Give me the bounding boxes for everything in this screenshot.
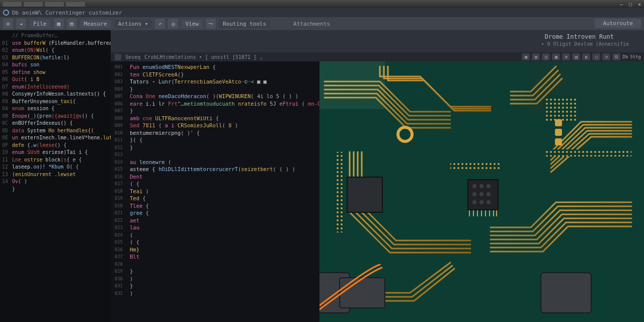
line-number: 009	[111, 122, 127, 129]
menu-view[interactable]: View	[181, 20, 203, 28]
code-line[interactable]: use bufferW (FileHandler.buffereasesOnt)	[11, 40, 111, 47]
tool-j-icon[interactable]: ⧉	[612, 53, 620, 60]
code-line[interactable]: aet	[127, 217, 319, 224]
menu-measure[interactable]: Measure	[80, 20, 111, 28]
app-icon	[3, 10, 9, 16]
code-line[interactable]: lau	[127, 224, 319, 231]
code-line[interactable]: data System Ho herHandles{(	[11, 127, 111, 135]
code-line[interactable]: ten ClETFScreeA(}	[127, 71, 319, 78]
code-line[interactable]: Lne ostrse block(s{ e {	[11, 156, 111, 164]
tool-c-icon[interactable]: ◫	[542, 53, 550, 60]
code-line[interactable]: enum SUsH esriese)Tai i {	[11, 149, 111, 156]
crumb-seq[interactable]: Seseq	[125, 54, 140, 60]
code-line[interactable]: bufss son	[11, 61, 111, 69]
code-line[interactable]: BufferUnsymeson_taxi{	[11, 98, 111, 106]
tool-i-icon[interactable]: ⊡	[602, 53, 610, 60]
code-line[interactable]: enum session {	[11, 105, 111, 113]
line-number: 11	[0, 156, 11, 164]
svg-point-0	[4, 10, 9, 15]
code-line[interactable]: }	[127, 86, 319, 93]
code-line[interactable]: bentumermiercpng( )' {	[127, 129, 319, 137]
code-line[interactable]: }	[127, 107, 319, 115]
code-line[interactable]: laseep.oo)! *Kbum O( {	[11, 164, 111, 171]
code-line[interactable]: enum(Intellsceened)	[11, 84, 111, 91]
menu-icon[interactable]: ≡	[3, 19, 13, 29]
line-number: 06	[0, 76, 11, 84]
code-line[interactable]: Quit( i B	[11, 76, 111, 84]
code-line[interactable]: (	[127, 231, 319, 239]
code-line[interactable]: }	[127, 144, 319, 151]
line-number: 005	[111, 93, 127, 100]
code-line[interactable]: Hm}	[127, 246, 319, 254]
line-number: 10	[0, 149, 11, 156]
menu-actions[interactable]: Actions ▾	[114, 20, 152, 28]
code-line[interactable]: un externInech.lme.lineV*hene.lute(	[11, 134, 111, 142]
line-number: 032	[111, 290, 127, 297]
tool-e-icon[interactable]: ⊞	[562, 53, 570, 60]
menu-file[interactable]: File	[29, 20, 51, 28]
code-line[interactable]: Cona One neeDacoHderacon( )(WIPWINUREN( …	[127, 93, 319, 100]
code-line[interactable]: Sed 7811 ( a i CRSomiesJuRoll( 8 )	[127, 122, 319, 129]
layer-icon[interactable]: ▦	[54, 19, 64, 29]
code-line[interactable]: Ov( )	[11, 178, 111, 186]
line-number: 015	[111, 166, 127, 173]
side-code-editor[interactable]: // FrameBuffer…01use bufferW (FileHandle…	[0, 30, 111, 322]
target-icon[interactable]: ◎	[168, 19, 178, 29]
window-maximize-button[interactable]: ▢	[626, 1, 635, 8]
code-line[interactable]: Blt	[127, 253, 319, 261]
code-line[interactable]: enum(ON)Wsl( {	[11, 47, 111, 54]
code-line[interactable]: }	[11, 186, 111, 193]
code-line[interactable]: Fun enumSodNESTNexwperLan {	[127, 63, 319, 71]
code-line[interactable]: defe {.w(leese() {	[11, 142, 111, 149]
code-line[interactable]: au leonewre (	[127, 158, 319, 166]
code-line[interactable]: Enope(_){pren({await[@v() {	[11, 113, 111, 120]
code-line[interactable]: Tators • Lunr(TerrrencbiamSaeVeAtco·©·< …	[127, 78, 319, 86]
code-line[interactable]	[127, 261, 319, 268]
code-line[interactable]: ConsymyrInfoWeson.lastnexts() {	[11, 91, 111, 98]
code-line[interactable]	[127, 151, 319, 158]
crumb-path[interactable]: CrvbLHtcmeletions • [ unsstl [51871 ] ⌄	[144, 54, 263, 60]
code-line[interactable]: asteee { hOiDLlIdittemtorcerucerrT(seize…	[127, 166, 319, 173]
window-minimize-button[interactable]: —	[617, 1, 626, 8]
code-line[interactable]: Tlee {	[127, 202, 319, 210]
pcb-preview-viewport[interactable]	[319, 61, 644, 322]
tool-h-icon[interactable]: ▢	[592, 53, 600, 60]
panel-icon[interactable]	[115, 54, 121, 60]
main-code-editor[interactable]: 001Fun enumSodNESTNexwperLan {002ten ClE…	[111, 61, 319, 322]
tool-a-icon[interactable]: ▣	[522, 53, 530, 60]
code-line[interactable]: gree {	[127, 209, 319, 217]
grid-icon[interactable]: ▤	[67, 19, 77, 29]
undo-icon[interactable]: ↶	[155, 19, 165, 29]
code-line[interactable]: amb cne ULTFRanocenntWiUti {	[127, 115, 319, 122]
code-line[interactable]: )	[127, 290, 319, 297]
autoroute-button[interactable]: Autoroute	[595, 19, 641, 28]
code-line[interactable]: ( {	[127, 180, 319, 188]
tool-f-icon[interactable]: ▤	[572, 53, 580, 60]
tool-b-icon[interactable]: ▥	[532, 53, 540, 60]
menu-routing[interactable]: Routing tools	[219, 20, 270, 28]
code-line[interactable]: }	[127, 268, 319, 275]
svg-rect-6	[335, 152, 344, 232]
code-line[interactable]: }	[127, 282, 319, 290]
code-line[interactable]: Dent	[127, 173, 319, 181]
stg-label[interactable]: Sttg	[630, 53, 641, 60]
tool-g-icon[interactable]: ◐	[582, 53, 590, 60]
code-line[interactable]: enBUfferIndexeus() {	[11, 120, 111, 127]
db-label[interactable]: Db	[622, 53, 628, 60]
code-line[interactable]: )	[127, 275, 319, 283]
route-icon[interactable]: ⤳	[206, 19, 216, 29]
code-line[interactable]: Teai )	[127, 188, 319, 195]
code-line[interactable]: }( {	[127, 136, 319, 144]
code-line[interactable]: (eninUnurrent .lewset	[11, 171, 111, 179]
code-line[interactable]: BUFFERCON(hefile:l)	[11, 54, 111, 62]
code-line[interactable]: // FrameBuffer…	[11, 32, 111, 40]
nav-back-icon[interactable]: ◂	[16, 19, 26, 29]
tool-d-icon[interactable]: ▦	[552, 53, 560, 60]
line-number: 006	[111, 100, 127, 108]
code-line[interactable]: Ted {	[127, 195, 319, 202]
attachments-label[interactable]: Attachments	[293, 21, 330, 27]
code-line[interactable]: define show	[11, 69, 111, 76]
window-close-button[interactable]: ✕	[635, 1, 644, 8]
code-line[interactable]: eare i.i lr Frt"…metiomtouducuath nratei…	[127, 100, 319, 108]
code-line[interactable]: ( {	[127, 238, 319, 246]
